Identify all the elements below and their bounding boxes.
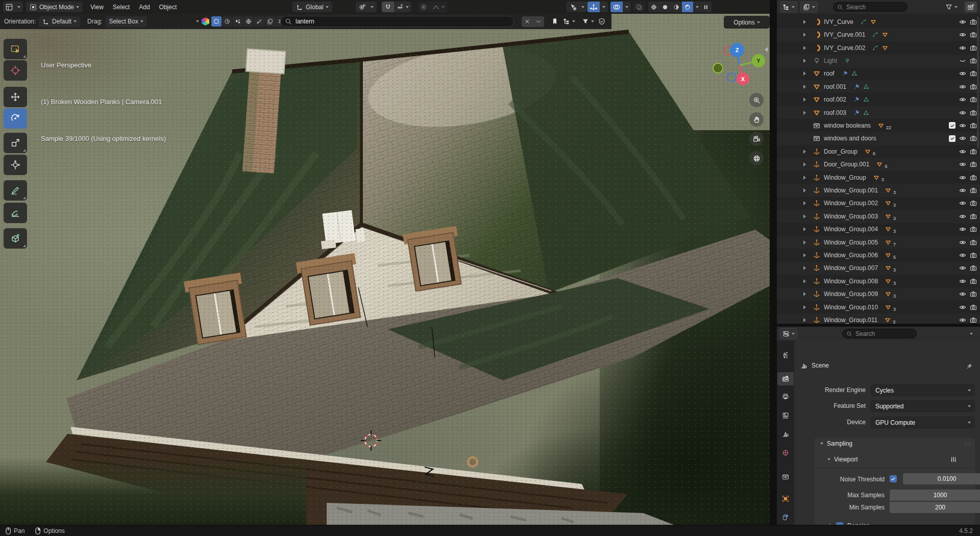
outliner-row-windows-and-doors[interactable]: windows and doors — [777, 132, 980, 145]
feature-set-select[interactable]: Supported — [871, 400, 975, 412]
visibility-eye-icon[interactable] — [959, 70, 966, 77]
properties-tab-output[interactable] — [777, 390, 794, 403]
visibility-eye-icon[interactable] — [959, 44, 966, 52]
disclosure-icon[interactable] — [803, 85, 812, 89]
search-clear-button[interactable] — [522, 16, 533, 27]
properties-tab-physics[interactable] — [777, 511, 794, 524]
outliner-search-input[interactable]: Search — [833, 2, 908, 12]
camera-view-button[interactable] — [749, 132, 764, 146]
render-camera-icon[interactable] — [970, 278, 977, 285]
visibility-eye-icon[interactable] — [959, 122, 966, 129]
render-camera-icon[interactable] — [970, 290, 977, 298]
orientation-select[interactable]: Default — [39, 16, 80, 27]
outliner-row-ivy-curve[interactable]: IVY_Curve — [777, 15, 980, 28]
shield-icon[interactable] — [598, 18, 605, 25]
render-camera-icon[interactable] — [970, 239, 977, 246]
visibility-eye-icon[interactable] — [959, 161, 966, 168]
panel-collapse-chevron[interactable] — [196, 20, 199, 22]
zoom-button[interactable] — [749, 93, 764, 107]
disclosure-icon[interactable] — [803, 279, 812, 283]
visibility-eye-icon[interactable] — [959, 148, 966, 155]
tool-measure[interactable] — [4, 203, 27, 223]
tool-annotate[interactable] — [4, 180, 27, 201]
tool-move[interactable] — [4, 87, 27, 107]
outliner-row-roof-001[interactable]: roof.001 — [777, 80, 980, 93]
outliner-row-window-group-005[interactable]: Window_Group.0057 — [777, 236, 980, 249]
outliner-row-window-group[interactable]: Window_Group3 — [777, 171, 980, 184]
visibility-eye-icon[interactable] — [959, 264, 966, 272]
render-camera-icon[interactable] — [970, 109, 977, 116]
max-samples-field[interactable]: 1000 — [890, 490, 980, 501]
render-camera-icon[interactable] — [970, 83, 977, 90]
render-camera-icon[interactable] — [970, 57, 977, 64]
axis-z[interactable]: Z — [730, 43, 744, 57]
outliner-row-window-group-010[interactable]: Window_Group.0103 — [777, 301, 980, 313]
visibility-eye-icon[interactable] — [959, 31, 966, 38]
render-camera-icon[interactable] — [970, 304, 977, 311]
disclosure-icon[interactable] — [803, 266, 812, 270]
visibility-eye-icon[interactable] — [959, 239, 966, 246]
editor-divider-horizontal[interactable] — [777, 324, 980, 327]
visibility-dropdown[interactable] — [567, 2, 587, 12]
visibility-eye-icon[interactable] — [959, 174, 966, 181]
tool-cursor[interactable] — [4, 60, 27, 81]
properties-tab-render[interactable] — [777, 372, 794, 385]
visibility-eye-icon[interactable] — [959, 57, 966, 64]
outliner-row-window-group-003[interactable]: Window_Group.0033 — [777, 210, 980, 223]
properties-tab-object[interactable] — [777, 492, 794, 505]
render-camera-icon[interactable] — [970, 70, 977, 77]
outliner-row-roof-002[interactable]: roof.002 — [777, 93, 980, 106]
overlays-dropdown[interactable] — [623, 2, 631, 12]
outliner-scrollbar[interactable] — [977, 16, 979, 149]
render-camera-icon[interactable] — [970, 252, 977, 259]
menu-add[interactable]: Add — [134, 4, 154, 11]
outliner-row-window-group-002[interactable]: Window_Group.0023 — [777, 197, 980, 210]
outliner-row-roof-003[interactable]: roof.003 — [777, 106, 980, 119]
filter-dropdown[interactable] — [582, 18, 594, 25]
shading-wireframe-button[interactable] — [648, 2, 659, 12]
outliner-row-window-group-006[interactable]: Window_Group.0065 — [777, 249, 980, 261]
visibility-eye-icon[interactable] — [959, 304, 966, 311]
tool-rotate[interactable] — [4, 108, 27, 129]
properties-tab-world[interactable] — [777, 446, 794, 459]
disclosure-icon[interactable] — [803, 176, 812, 180]
properties-options-chevron[interactable] — [970, 333, 973, 335]
render-camera-icon[interactable] — [970, 174, 977, 181]
shading-solid-button[interactable] — [659, 2, 671, 12]
render-camera-icon[interactable] — [970, 264, 977, 272]
toggle-globe[interactable] — [243, 16, 254, 27]
properties-tab-tool[interactable] — [777, 349, 794, 362]
proportional-toggle[interactable] — [418, 2, 430, 12]
sidebar-collapse-arrow[interactable] — [765, 47, 768, 52]
render-camera-icon[interactable] — [970, 316, 977, 324]
wave-filter-button[interactable] — [533, 16, 544, 27]
render-camera-icon[interactable] — [970, 135, 977, 142]
toggle-pages[interactable] — [265, 16, 275, 27]
properties-editor-dropdown[interactable] — [780, 328, 797, 339]
outliner-row-window-group-011[interactable]: Window_Group.0113 — [777, 313, 980, 324]
disclosure-icon[interactable] — [803, 71, 812, 76]
disclosure-icon[interactable] — [803, 188, 812, 192]
visibility-eye-icon[interactable] — [959, 290, 966, 298]
outliner-row-window-group-007[interactable]: Window_Group.0073 — [777, 262, 980, 275]
pivot-point-dropdown[interactable] — [356, 2, 377, 12]
tool-add-cube[interactable] — [4, 228, 27, 249]
snap-magnet-toggle[interactable] — [382, 2, 394, 12]
collection-checkbox[interactable] — [949, 122, 955, 129]
visibility-eye-icon[interactable] — [959, 135, 966, 142]
toggle-pie[interactable] — [222, 16, 232, 27]
disclosure-icon[interactable] — [803, 305, 812, 309]
disclosure-icon[interactable] — [803, 240, 812, 245]
editor-type-dropdown[interactable] — [3, 2, 23, 12]
sampling-header[interactable]: Sampling — [818, 440, 852, 447]
render-engine-select[interactable]: Cycles — [871, 384, 975, 396]
outliner-row-window-booleans[interactable]: window booleans22 — [777, 119, 980, 132]
outliner-row-roof[interactable]: roof — [777, 67, 980, 80]
visibility-eye-icon[interactable] — [959, 83, 966, 90]
shading-material-button[interactable] — [671, 2, 682, 12]
properties-tab-view-layer[interactable] — [777, 409, 794, 422]
menu-view[interactable]: View — [86, 4, 108, 11]
render-camera-icon[interactable] — [970, 187, 977, 194]
disclosure-icon[interactable] — [803, 20, 812, 24]
options-button[interactable]: Options — [724, 16, 770, 29]
